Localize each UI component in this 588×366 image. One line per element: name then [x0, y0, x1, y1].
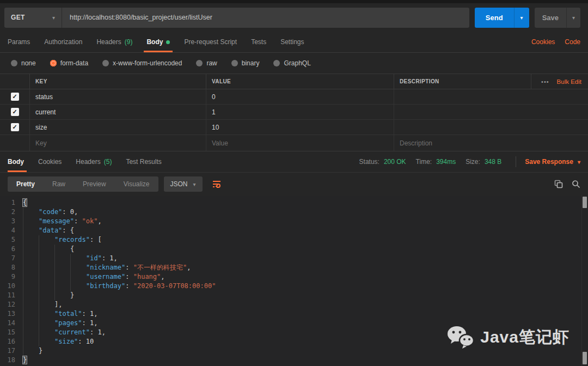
view-pretty[interactable]: Pretty: [8, 176, 44, 192]
check-icon: ✓: [12, 124, 17, 131]
more-options-icon[interactable]: •••: [541, 78, 549, 85]
indent-guide: [54, 254, 70, 263]
watermark-text: Java笔记虾: [480, 326, 569, 349]
form-data-table: KEY VALUE DESCRIPTION ••• Bulk Edit ✓ st…: [0, 74, 588, 151]
scrollbar-thumb[interactable]: [583, 352, 587, 364]
search-button[interactable]: [572, 180, 580, 188]
code-line: 13"total": 1,: [0, 309, 588, 319]
wrap-text-button[interactable]: [208, 176, 225, 192]
code-line: 11}: [0, 291, 588, 300]
radio-urlencoded-label: x-www-form-urlencoded: [113, 59, 182, 67]
radio-none[interactable]: none: [11, 59, 36, 67]
url-box: GET ▾: [4, 8, 469, 28]
row-checkbox[interactable]: ✓: [11, 108, 19, 116]
radio-binary[interactable]: binary: [231, 59, 260, 67]
code-line: 4"data": {: [0, 226, 588, 235]
scrollbar-thumb[interactable]: [583, 197, 587, 208]
indent-guide: [23, 328, 39, 337]
description-cell[interactable]: [394, 120, 588, 135]
value-placeholder[interactable]: Value: [206, 135, 394, 151]
url-input[interactable]: [62, 8, 469, 28]
tab-settings[interactable]: Settings: [273, 32, 311, 52]
view-preview[interactable]: Preview: [74, 176, 115, 192]
indent-guide: [70, 282, 86, 291]
tab-tests[interactable]: Tests: [244, 32, 273, 52]
save-response-button[interactable]: Save Response ▾: [525, 158, 580, 166]
line-number: 18: [0, 356, 23, 365]
indent-guide: [23, 337, 39, 346]
cookies-link[interactable]: Cookies: [531, 38, 555, 46]
tab-headers[interactable]: Headers (9): [89, 32, 139, 52]
value-column-header: VALUE: [206, 74, 394, 89]
response-tab-test-results[interactable]: Test Results: [119, 151, 168, 172]
tab-pre-request-label: Pre-request Script: [184, 38, 237, 46]
code-line: 18}: [0, 356, 588, 365]
response-tab-cookies-label: Cookies: [38, 158, 62, 166]
scrollbar-track[interactable]: [581, 195, 588, 366]
indent-guide: [39, 337, 54, 346]
response-tab-body[interactable]: Body: [8, 151, 31, 172]
send-options-caret[interactable]: ▾: [514, 8, 529, 28]
view-visualize[interactable]: Visualize: [115, 176, 158, 192]
key-cell[interactable]: size: [29, 120, 206, 135]
tab-body[interactable]: Body: [139, 32, 177, 52]
tab-authorization[interactable]: Authorization: [37, 32, 89, 52]
response-tab-cookies[interactable]: Cookies: [31, 151, 69, 172]
key-cell[interactable]: current: [29, 105, 206, 119]
key-cell[interactable]: status: [29, 89, 206, 104]
row-checkbox[interactable]: ✓: [11, 93, 19, 101]
radio-x-www-form-urlencoded[interactable]: x-www-form-urlencoded: [102, 59, 182, 67]
description-cell[interactable]: [394, 89, 588, 104]
radio-graphql[interactable]: GraphQL: [273, 59, 310, 67]
code-link[interactable]: Code: [565, 38, 580, 46]
indent-guide: [39, 272, 54, 282]
line-number: 2: [0, 208, 23, 217]
indent-guide: [54, 263, 70, 272]
line-number: 4: [0, 226, 23, 235]
line-number: 12: [0, 300, 23, 309]
value-cell[interactable]: 10: [206, 120, 394, 135]
bulk-edit-link[interactable]: Bulk Edit: [557, 78, 581, 85]
tab-params[interactable]: Params: [8, 32, 37, 52]
view-raw[interactable]: Raw: [44, 176, 74, 192]
line-number: 14: [0, 319, 23, 328]
chevron-down-icon: ▾: [193, 181, 196, 187]
description-placeholder[interactable]: Description: [394, 135, 588, 151]
active-tab-underline: [144, 51, 173, 52]
method-select[interactable]: GET ▾: [4, 8, 62, 28]
key-placeholder[interactable]: Key: [29, 135, 206, 151]
radio-raw[interactable]: raw: [196, 59, 217, 67]
format-select[interactable]: JSON ▾: [164, 176, 203, 192]
indent-guide: [39, 291, 54, 300]
indent-guide: [23, 263, 39, 272]
code-line: 1{: [0, 198, 588, 208]
response-toolbar: Pretty Raw Preview Visualize JSON ▾: [0, 173, 588, 196]
save-button[interactable]: Save ▾: [535, 8, 580, 28]
radio-form-data[interactable]: form-data: [50, 59, 88, 67]
row-checkbox[interactable]: ✓: [11, 123, 19, 131]
description-cell[interactable]: [394, 105, 588, 119]
value-cell[interactable]: 0: [206, 89, 394, 104]
send-button[interactable]: Send ▾: [475, 8, 529, 28]
tab-body-label: Body: [146, 38, 163, 46]
indent-guide: [23, 254, 39, 263]
save-options-caret[interactable]: ▾: [566, 8, 580, 28]
table-row: ✓ size 10: [0, 120, 588, 135]
radio-icon: [231, 60, 238, 66]
code-line: 5"records": [: [0, 235, 588, 245]
indent-guide: [54, 282, 70, 291]
key-column-header: KEY: [29, 74, 206, 89]
tab-pre-request-script[interactable]: Pre-request Script: [177, 32, 244, 52]
chevron-down-icon: ▾: [520, 15, 523, 21]
send-label: Send: [475, 8, 514, 28]
request-bar: GET ▾ Send ▾ Save ▾: [0, 3, 588, 32]
copy-button[interactable]: [554, 180, 563, 188]
indent-guide: [23, 346, 39, 356]
table-header-row: KEY VALUE DESCRIPTION ••• Bulk Edit: [0, 74, 588, 89]
response-tab-headers[interactable]: Headers (5): [69, 151, 119, 172]
value-cell[interactable]: 1: [206, 105, 394, 119]
indent-guide: [39, 300, 54, 309]
indent-guide: [39, 328, 54, 337]
check-icon: ✓: [12, 108, 17, 115]
line-number: 3: [0, 217, 23, 226]
